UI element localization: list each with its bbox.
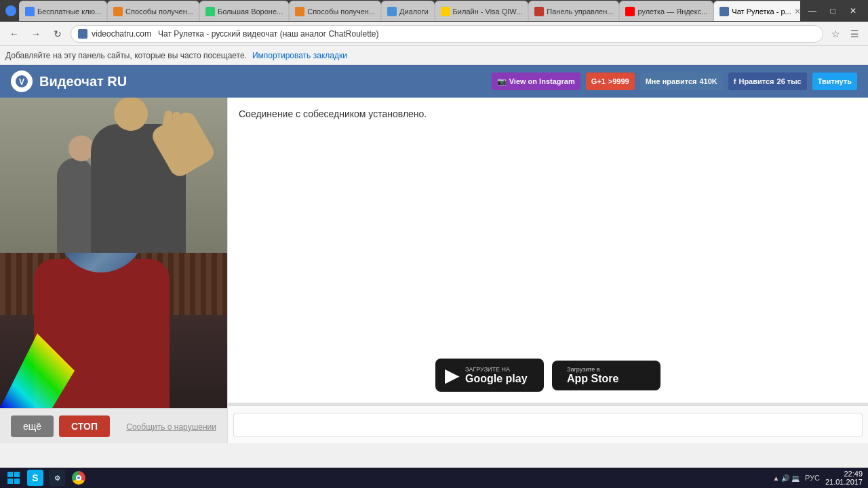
refresh-button[interactable]: ↻ [49, 25, 66, 43]
stranger-video-frame [0, 98, 227, 253]
next-button[interactable]: ещё [11, 415, 54, 437]
page-title-address: Чат Рулетка - русский видеочат (наш анал… [158, 29, 378, 39]
finger-4 [191, 121, 197, 134]
taskbar-time: 22:49 [844, 470, 863, 478]
tab-9-active[interactable]: Чат Рулетка - р... ✕ [713, 1, 800, 21]
chat-panel: Соединение с собеседником установлено. ▶… [227, 98, 868, 443]
window-controls: — □ ✕ [803, 1, 863, 20]
finger-3 [182, 115, 190, 132]
self-video [0, 253, 227, 408]
connection-message: Соединение с собеседником установлено. [239, 108, 857, 119]
tab-label-1: Бесплатные клю... [37, 7, 101, 16]
tab-favicon-8 [625, 7, 635, 16]
star-icon[interactable]: ☆ [827, 26, 844, 42]
taskbar: S ⚙ ▲ 🔊 💻 РУС 22:49 21.01.2017 [0, 468, 868, 488]
header-social: 📷 View on Instagram G+1 >9999 Мне нравит… [492, 73, 857, 90]
app-store-button[interactable]: Загрузите в App Store [552, 361, 660, 390]
skype-letter: S [32, 472, 38, 483]
menu-icon[interactable]: ☰ [846, 26, 863, 42]
tab-label-5: Диалоги [399, 7, 429, 16]
vk-label: Мне нравится [646, 77, 697, 85]
svg-rect-5 [14, 479, 20, 484]
person-bg-body [57, 158, 94, 253]
site-favicon [78, 29, 87, 39]
tab-favicon-4 [295, 7, 304, 16]
address-text: videochatru.com [92, 29, 151, 39]
tab-4[interactable]: Способы получен... [289, 1, 381, 21]
tab-8[interactable]: рулетка — Яндекс... [619, 1, 713, 21]
toolbar-actions: ☆ ☰ [827, 26, 863, 42]
tab-favicon-1 [25, 7, 35, 16]
skype-icon[interactable]: S [27, 470, 43, 486]
chat-messages-area: Соединение с собеседником установлено. [228, 98, 868, 348]
fb-count: 26 тыс [777, 77, 802, 85]
taskbar-right: ▲ 🔊 💻 РУС 22:49 21.01.2017 [772, 470, 863, 486]
logo-svg: V [15, 75, 28, 88]
tab-6[interactable]: Билайн - Visa QIW... [435, 1, 529, 21]
tab-7[interactable]: Панель управлен... [528, 1, 619, 21]
browser-titlebar: Бесплатные клю... Способы получен... Бол… [0, 0, 868, 22]
tab-3[interactable]: Большая Вороне... [199, 1, 289, 21]
tab-label-4: Способы получен... [307, 7, 375, 16]
tab-favicon-5 [387, 7, 397, 16]
instagram-label: View on Instagram [509, 77, 575, 85]
back-button[interactable]: ← [5, 25, 23, 43]
tab-favicon-2 [113, 7, 123, 16]
gplus-label: G+1 [591, 77, 606, 85]
app-store-text-container: Загрузите в App Store [567, 366, 618, 385]
bookmarks-bar: Добавляйте на эту панель сайты, которые … [0, 46, 868, 65]
stop-button[interactable]: СТОП [59, 415, 110, 437]
steam-icon[interactable]: ⚙ [49, 470, 65, 486]
tab-label-6: Билайн - Visa QIW... [453, 7, 523, 16]
app-store-main-text: App Store [567, 373, 618, 385]
tab-5[interactable]: Диалоги [381, 1, 435, 21]
chrome-icon[interactable] [71, 470, 87, 486]
close-button[interactable]: ✕ [844, 1, 863, 20]
stranger-video [0, 98, 227, 253]
google-play-button[interactable]: ▶ ЗАГРУЗИТЕ НА Google play [435, 359, 544, 392]
tab-label-9: Чат Рулетка - р... [732, 7, 791, 16]
instagram-button[interactable]: 📷 View on Instagram [492, 73, 580, 90]
report-link[interactable]: Сообщить о нарушении [126, 420, 216, 432]
start-button[interactable] [5, 470, 22, 486]
control-bar: ещё СТОП Сообщить о нарушении [0, 408, 227, 443]
fb-button[interactable]: f Нравится 26 тыс [728, 73, 807, 90]
tab-label-2: Способы получен... [125, 7, 193, 16]
logo-icon: V [11, 70, 33, 92]
tab-strip: Бесплатные клю... Способы получен... Бол… [19, 1, 800, 21]
svg-text:V: V [19, 77, 24, 87]
report-anchor[interactable]: Сообщить о нарушении [126, 422, 216, 432]
tab-1[interactable]: Бесплатные клю... [19, 1, 107, 21]
taskbar-lang: РУС [805, 474, 820, 482]
tab-favicon-9 [719, 7, 729, 16]
gplus-button[interactable]: G+1 >9999 [586, 73, 635, 90]
main-content: ещё СТОП Сообщить о нарушении Соединение… [0, 98, 868, 443]
fb-label: Нравится [738, 77, 774, 85]
fb-icon: f [734, 77, 736, 85]
taskbar-clock: 22:49 21.01.2017 [825, 470, 863, 486]
import-bookmarks-link[interactable]: Импортировать закладки [252, 51, 347, 60]
forward-button[interactable]: → [27, 25, 45, 43]
tab-close-9[interactable]: ✕ [794, 7, 800, 16]
google-play-text-container: ЗАГРУЗИТЕ НА Google play [465, 366, 528, 385]
chrome-center [76, 475, 81, 481]
tab-favicon-6 [441, 7, 450, 16]
twitter-label: Твитнуть [818, 77, 852, 85]
tab-2[interactable]: Способы получен... [107, 1, 199, 21]
google-play-icon: ▶ [445, 364, 460, 386]
maximize-button[interactable]: □ [823, 1, 842, 20]
taskbar-date: 21.01.2017 [825, 478, 863, 486]
steam-letter: ⚙ [54, 474, 60, 482]
app-store-top-text: Загрузите в [567, 366, 618, 373]
video-panel: ещё СТОП Сообщить о нарушении [0, 98, 227, 443]
svg-rect-4 [7, 479, 13, 484]
system-tray: ▲ 🔊 💻 [772, 474, 799, 482]
minimize-button[interactable]: — [803, 1, 822, 20]
chat-input[interactable] [233, 413, 863, 437]
vk-button[interactable]: Мне нравится 410K [640, 73, 723, 90]
twitter-button[interactable]: Твитнуть [812, 73, 857, 90]
site-header: V Видеочат RU 📷 View on Instagram G+1 >9… [0, 65, 868, 98]
page-content: V Видеочат RU 📷 View on Instagram G+1 >9… [0, 65, 868, 443]
address-bar[interactable]: videochatru.com Чат Рулетка - русский ви… [71, 25, 823, 43]
tab-favicon-3 [205, 7, 215, 16]
